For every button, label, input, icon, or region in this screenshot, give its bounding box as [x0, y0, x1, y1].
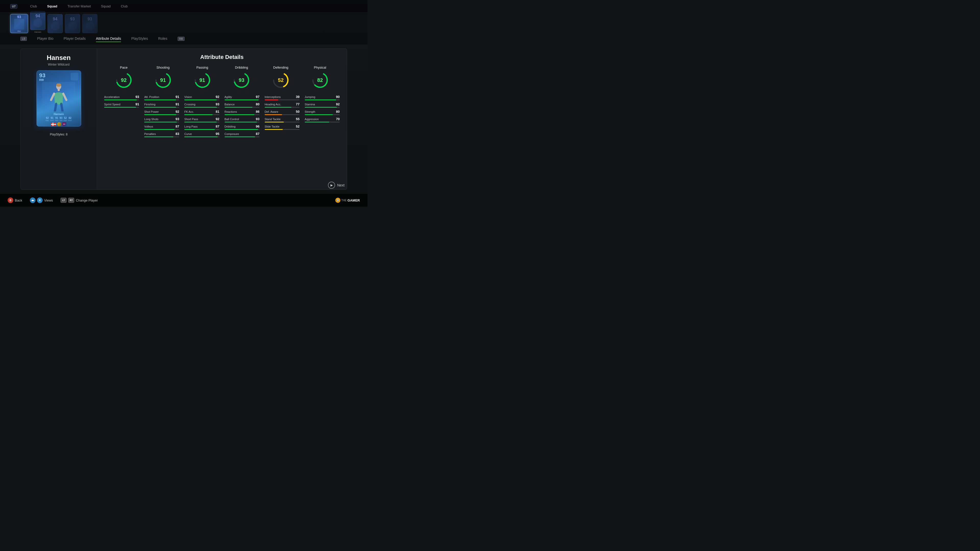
tab-playstyles[interactable]: PlayStyles	[131, 35, 148, 42]
stat-bar-fill	[144, 114, 177, 115]
stat-value: 96	[256, 124, 259, 128]
stat-header: Att. Position 91	[144, 95, 179, 99]
stat-name: Reactions	[224, 110, 237, 113]
nav-squad2[interactable]: Squad	[101, 4, 111, 8]
attributes-title: Attribute Details	[104, 54, 340, 60]
stat-row-strength: Strength 80	[305, 110, 340, 115]
tab-rb-badge[interactable]: RB	[178, 37, 185, 41]
stat-value: 39	[296, 95, 299, 99]
stat-bar-fill	[184, 129, 215, 130]
stat-value: 87	[176, 124, 179, 128]
player-card-4[interactable]: 93	[65, 14, 80, 33]
stat-header: Acceleration 93	[104, 95, 139, 99]
stat-bar-fill	[224, 137, 255, 137]
change-player-label: Change Player	[76, 198, 98, 202]
tab-attribute-details[interactable]: Attribute Details	[96, 35, 121, 42]
tab-player-details[interactable]: Player Details	[64, 35, 86, 42]
stat-row-att--position: Att. Position 91	[144, 95, 179, 100]
card-stat-sho: 91 SHO	[50, 117, 54, 121]
brand-badge: U7	[10, 4, 18, 9]
stat-row-short-pass: Short Pass 92	[184, 117, 219, 122]
stat-value: 92	[216, 95, 219, 99]
r-button[interactable]: ◀▶	[30, 197, 35, 203]
player-card-3[interactable]: 94	[48, 14, 63, 33]
stat-header: Heading Acc. 77	[265, 102, 300, 106]
stat-bar-fill	[184, 114, 213, 115]
stat-bar-fill	[144, 107, 176, 108]
stat-bar	[104, 107, 139, 108]
stat-row-ball-control: Ball Control 93	[224, 117, 259, 122]
bottom-bar: B Back ◀▶ R Views LT RT Change Player ⚽ …	[0, 194, 368, 206]
next-button[interactable]: ▶ Next	[328, 182, 345, 189]
gauge-value-2: 91	[199, 77, 205, 83]
stat-bar	[144, 100, 179, 100]
next-circle-icon: ▶	[328, 182, 335, 189]
r-button-icon[interactable]: R	[37, 197, 43, 203]
stat-bar	[265, 122, 300, 122]
b-button[interactable]: B	[8, 197, 13, 203]
card-stat-phy: 82 PHY	[68, 117, 72, 121]
stat-header: Penalties 83	[144, 132, 179, 136]
stat-row-curve: Curve 95	[184, 132, 219, 137]
stat-row-shot-power: Shot Power 92	[144, 110, 179, 115]
stat-row-long-shots: Long Shots 93	[144, 117, 179, 122]
gauge-label-4: Defending	[273, 65, 288, 69]
stat-name: Strength	[305, 110, 315, 113]
lt-button[interactable]: LT	[60, 198, 67, 203]
stat-row-composure: Composure 87	[224, 132, 259, 137]
gauge-label-3: Dribbling	[235, 65, 248, 69]
attributes-panel: Attribute Details Pace 92 Shooting	[97, 48, 347, 190]
player-card-visual: 93 RW	[37, 70, 81, 127]
stat-bar	[144, 129, 179, 130]
watermark-gamer: GAMER	[348, 198, 360, 202]
stat-row-reactions: Reactions 86	[224, 110, 259, 115]
stat-row-sprint-speed: Sprint Speed 91	[104, 102, 139, 108]
rt-button[interactable]: RT	[68, 198, 74, 203]
stat-name: Aggression	[305, 118, 319, 121]
player-card-5[interactable]: 93	[82, 14, 97, 33]
stat-header: Aggression 70	[305, 117, 340, 121]
nav-club2[interactable]: Club	[121, 4, 127, 8]
stat-value: 50	[296, 110, 299, 114]
gauge-value-5: 82	[317, 77, 323, 83]
stat-header: Balance 80	[224, 102, 259, 106]
stat-row-jumping: Jumping 90	[305, 95, 340, 100]
stat-value: 52	[296, 124, 299, 128]
tab-nav: LB Player Bio Player Details Attribute D…	[0, 33, 368, 44]
nav-transfer-market[interactable]: Transfer Market	[68, 4, 91, 8]
flag-norway	[51, 123, 56, 126]
stat-name: Long Shots	[144, 118, 159, 121]
stat-header: Ball Control 93	[224, 117, 259, 121]
tab-player-bio[interactable]: Player Bio	[37, 35, 53, 42]
nav-club[interactable]: Club	[30, 4, 37, 8]
stat-name: Att. Position	[144, 95, 159, 98]
stat-bar-fill	[265, 100, 278, 100]
player-silhouette	[48, 83, 69, 111]
stat-value: 81	[216, 110, 219, 114]
watermark-icon: ⚽	[335, 198, 340, 203]
stat-bar-fill	[184, 100, 216, 100]
stat-header: Long Pass 87	[184, 124, 219, 128]
cards-strip: 93 RW 94 Hansen 94 93 93	[0, 13, 368, 33]
tab-lb-badge[interactable]: LB	[21, 37, 27, 41]
stat-header: Dribbling 96	[224, 124, 259, 128]
player-card-2[interactable]: 94	[30, 11, 45, 30]
stat-value: 97	[256, 95, 259, 99]
tab-roles[interactable]: Roles	[158, 35, 167, 42]
main-content: Hansen Winter Wildcard 93 RW	[0, 44, 368, 194]
gauge-value-1: 91	[160, 77, 166, 83]
stat-row-acceleration: Acceleration 93	[104, 95, 139, 100]
nav-squad[interactable]: Squad	[47, 4, 57, 8]
stat-name: Crossing	[184, 103, 195, 106]
stat-row-vision: Vision 92	[184, 95, 219, 100]
stat-name: Sprint Speed	[104, 103, 121, 106]
stat-value: 90	[336, 95, 340, 99]
card-flags: FC	[51, 122, 66, 126]
player-panel: Hansen Winter Wildcard 93 RW	[21, 48, 97, 190]
stat-row-def--aware: Def. Aware 50	[265, 110, 300, 115]
stat-row-slide-tackle: Slide Tackle 52	[265, 124, 300, 130]
stat-bar-fill	[104, 100, 137, 100]
stat-bar-fill	[224, 114, 255, 115]
stat-name: Penalties	[144, 132, 156, 135]
active-player-card[interactable]: 93 RW	[10, 14, 28, 33]
